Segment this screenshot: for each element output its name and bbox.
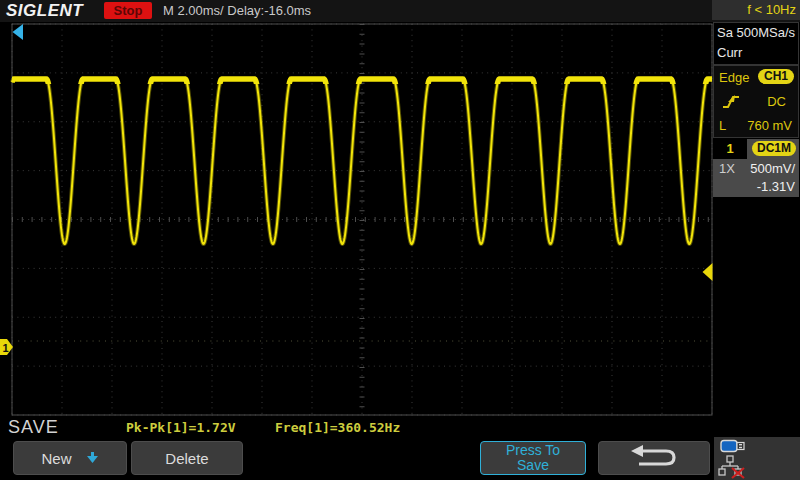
trigger-level-readout: 760 mV [747, 114, 792, 138]
press-to-save-button[interactable]: Press To Save [480, 441, 586, 475]
delete-button[interactable]: Delete [131, 441, 243, 475]
lan-disconnected-icon [718, 455, 748, 480]
return-arrow-icon [627, 444, 681, 473]
trigger-mode-label: Edge [719, 66, 749, 90]
channel1-attenuation-readout: 1X [719, 160, 735, 178]
acquisition-info-panel: Sa 500MSa/s Curr 14.0Mpts [713, 22, 799, 65]
channel1-info-panel[interactable]: 1 DC1M 1X 500mV/ -1.31V [713, 139, 799, 197]
trigger-info-panel: Edge CH1 DC L 760 mV [713, 65, 799, 138]
back-button[interactable] [598, 441, 710, 475]
sample-rate-readout: Sa 500MSa/s [717, 23, 798, 43]
io-status-cell [714, 437, 800, 480]
channel1-offset-marker[interactable]: 1 [0, 339, 13, 355]
svg-text:1: 1 [3, 342, 9, 354]
channel1-coupling-badge: DC1M [752, 141, 796, 156]
waveform-display-area: 1 [0, 0, 800, 480]
trigger-source-badge: CH1 [758, 69, 794, 84]
trigger-level-label: L [719, 114, 726, 138]
new-button[interactable]: New [13, 441, 127, 475]
trigger-mode-row: Edge CH1 [714, 66, 798, 90]
trigger-level-marker[interactable] [703, 263, 713, 281]
channel1-volts-per-div-readout: 500mV/ [750, 160, 795, 178]
trigger-level-row: L 760 mV [714, 114, 798, 138]
trigger-position-marker[interactable] [13, 24, 24, 40]
trigger-coupling-readout: DC [767, 90, 786, 114]
press-to-save-line1: Press To [506, 443, 560, 458]
pkpk-measurement-readout: Pk-Pk[1]=1.72V [126, 420, 236, 435]
channel1-offset-readout: -1.31V [757, 178, 795, 196]
dropdown-arrow-icon [86, 450, 99, 467]
channel1-scale-row: 1X 500mV/ [713, 160, 795, 178]
press-to-save-line2: Save [517, 458, 549, 473]
oscilloscope-screen: SIGLENT Stop M 2.00ms/ Delay:-16.0ms f <… [0, 0, 800, 480]
menu-title: SAVE [8, 417, 59, 438]
trigger-slope-row: DC [714, 90, 798, 114]
channel1-number-cell: 1 [713, 139, 747, 159]
new-button-label: New [41, 450, 71, 467]
freq-measurement-readout: Freq[1]=360.52Hz [275, 420, 400, 435]
delete-button-label: Delete [165, 450, 208, 467]
